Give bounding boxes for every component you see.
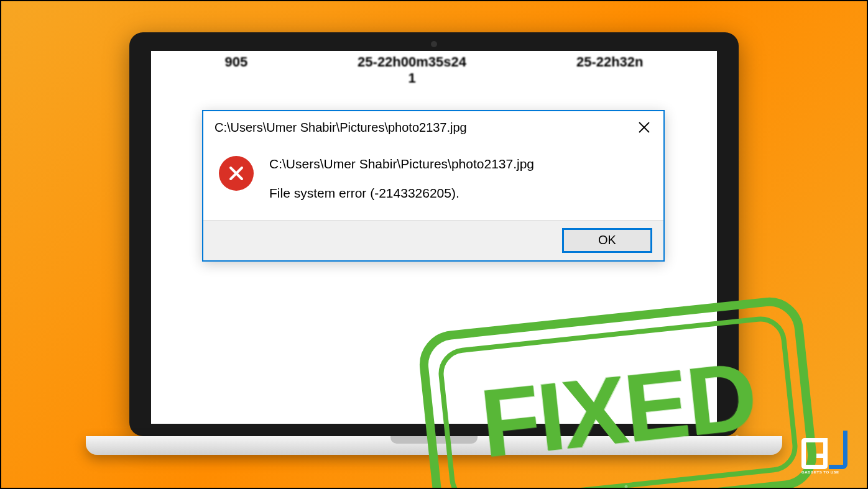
file-item: 25-22h32n: [576, 54, 644, 87]
dialog-message: C:\Users\Umer Shabir\Pictures\photo2137.…: [269, 155, 534, 203]
logo-j-letter: [829, 435, 847, 469]
error-file-path: C:\Users\Umer Shabir\Pictures\photo2137.…: [269, 155, 534, 173]
stamp-text: FIXED: [476, 340, 760, 479]
error-code-text: File system error (-2143326205).: [269, 184, 534, 202]
dialog-body: C:\Users\Umer Shabir\Pictures\photo2137.…: [203, 142, 663, 220]
error-dialog: C:\Users\Umer Shabir\Pictures\photo2137.…: [202, 110, 665, 262]
dialog-title: C:\Users\Umer Shabir\Pictures\photo2137.…: [215, 121, 467, 135]
dialog-titlebar[interactable]: C:\Users\Umer Shabir\Pictures\photo2137.…: [203, 111, 663, 142]
close-button[interactable]: [634, 117, 654, 137]
dialog-footer: OK: [203, 220, 663, 260]
laptop-camera: [431, 41, 437, 47]
brand-logo: GADGETS TO USE: [801, 435, 857, 478]
file-item: 905: [224, 54, 247, 87]
file-item: 25-22h00m35s24 1: [358, 54, 466, 87]
ok-button[interactable]: OK: [562, 228, 652, 253]
background-file-listing: 905 25-22h00m35s24 1 25-22h32n: [151, 51, 717, 90]
logo-g-letter: [801, 438, 828, 469]
close-icon: [638, 121, 650, 134]
error-icon: [219, 156, 254, 191]
logo-subtitle: GADGETS TO USE: [801, 470, 857, 474]
